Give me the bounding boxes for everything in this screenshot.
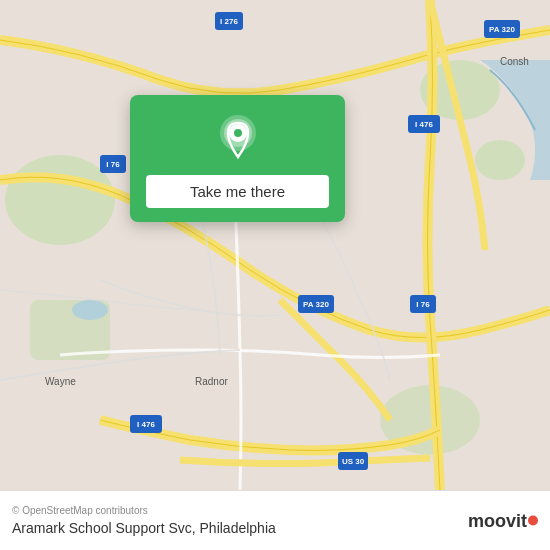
- svg-point-29: [234, 129, 242, 137]
- bottom-info: © OpenStreetMap contributors Aramark Sch…: [12, 505, 538, 536]
- svg-text:Radnor: Radnor: [195, 376, 228, 387]
- osm-credit: © OpenStreetMap contributors: [12, 505, 538, 516]
- svg-text:I 476: I 476: [415, 120, 433, 129]
- place-name: Aramark School Support Svc, Philadelphia: [12, 520, 538, 536]
- location-card: Take me there: [130, 95, 345, 222]
- moovit-dot: [528, 515, 538, 525]
- svg-text:I 476: I 476: [137, 420, 155, 429]
- svg-point-6: [72, 300, 108, 320]
- map-container: I 276 I 76 I 76 I 476 I 476 PA 320 PA 32…: [0, 0, 550, 490]
- svg-text:Wayne: Wayne: [45, 376, 76, 387]
- svg-text:I 76: I 76: [416, 300, 430, 309]
- moovit-text: moovit: [468, 510, 527, 531]
- svg-text:Consh: Consh: [500, 56, 529, 67]
- moovit-logo: moovit: [468, 510, 538, 531]
- svg-text:US 30: US 30: [342, 457, 365, 466]
- svg-point-1: [5, 155, 115, 245]
- svg-text:PA 320: PA 320: [489, 25, 515, 34]
- svg-text:I 76: I 76: [106, 160, 120, 169]
- svg-text:I 276: I 276: [220, 17, 238, 26]
- svg-text:PA 320: PA 320: [303, 300, 329, 309]
- bottom-bar: © OpenStreetMap contributors Aramark Sch…: [0, 490, 550, 550]
- take-me-there-button[interactable]: Take me there: [146, 175, 329, 208]
- svg-point-3: [475, 140, 525, 180]
- location-pin-icon: [212, 113, 264, 165]
